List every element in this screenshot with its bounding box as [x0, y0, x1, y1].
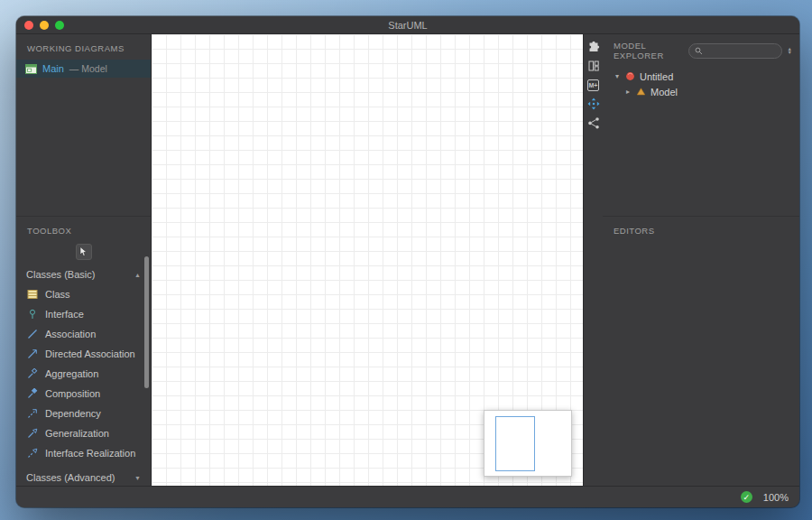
project-icon [625, 71, 635, 81]
toolbox-item-label: Generalization [45, 428, 109, 439]
editors-panel: EDITORS [603, 217, 799, 242]
toolbox-section-classes-basic[interactable]: Classes (Basic) ▲ [16, 265, 151, 284]
toolbox-item-label: Composition [45, 388, 100, 399]
association-icon [27, 329, 38, 339]
spinner-down-icon[interactable]: ▼ [788, 51, 792, 55]
generalization-icon [27, 428, 38, 439]
close-button[interactable] [24, 21, 33, 30]
editors-header: EDITORS [603, 217, 799, 242]
diagram-icon [25, 64, 37, 74]
interface-icon [27, 309, 38, 320]
status-bar: ✓ 100% [16, 486, 799, 507]
minimize-button[interactable] [40, 21, 49, 30]
toolbox-scrollbar[interactable] [144, 256, 149, 388]
markdown-icon: M+ [587, 79, 600, 91]
toolbox-item-class[interactable]: Class [16, 284, 151, 304]
zoom-level[interactable]: 100% [763, 492, 789, 503]
markdown-editor-button[interactable]: M+ [586, 78, 601, 92]
expand-icon: ▼ [134, 475, 141, 481]
working-diagrams-header: WORKING DIAGRAMS [16, 34, 151, 60]
toolbox-section-classes-advanced[interactable]: Classes (Advanced) ▼ [16, 468, 151, 486]
right-sidebar: MODEL EXPLORER ▲ [603, 34, 799, 486]
toolbox-item-label: Association [45, 329, 96, 339]
tree-item-model[interactable]: ▸ Model [603, 84, 799, 99]
toolbox-item-interface[interactable]: Interface [16, 304, 151, 324]
model-icon [636, 87, 646, 97]
select-tool-button[interactable] [76, 244, 92, 260]
aggregation-icon [27, 368, 38, 379]
main-area: WORKING DIAGRAMS Main — Model [16, 34, 799, 486]
section-label: Classes (Basic) [26, 269, 95, 280]
puzzle-icon [587, 41, 600, 53]
toolbox-item-interface-realization[interactable]: Interface Realization [16, 443, 151, 463]
composition-icon [27, 388, 38, 399]
relationships-button[interactable] [586, 116, 601, 130]
layout-icon [587, 60, 600, 72]
toolbox-item-label: Directed Association [45, 348, 135, 359]
section-label: Classes (Advanced) [26, 472, 115, 483]
search-icon [695, 47, 703, 55]
toolbox-header: TOOLBOX [16, 217, 151, 242]
tree-item-label: Model [651, 87, 678, 98]
move-arrows-icon [587, 98, 600, 110]
working-diagrams-panel: WORKING DIAGRAMS Main — Model [16, 34, 151, 217]
titlebar[interactable]: StarUML [16, 16, 799, 34]
toolbox-item-label: Class [45, 289, 70, 300]
model-tree: ▾ Untitled ▸ [603, 64, 799, 99]
directed-association-icon [27, 348, 38, 359]
side-toolbar: M+ [583, 34, 603, 486]
model-explorer-panel: MODEL EXPLORER ▲ [603, 34, 799, 217]
tree-item-untitled[interactable]: ▾ Untitled [603, 69, 799, 84]
cursor-icon [79, 246, 88, 257]
layout-button[interactable] [586, 59, 601, 73]
validation-status-icon[interactable]: ✓ [741, 491, 752, 503]
toolbox-item-label: Dependency [45, 408, 101, 419]
traffic-lights [24, 21, 64, 30]
desktop-wallpaper: StarUML WORKING DIAGRAMS [0, 0, 812, 520]
toolbox-item-label: Interface [45, 309, 84, 320]
diagram-model-suffix: — Model [69, 63, 107, 74]
toolbox-item-association[interactable]: Association [16, 324, 151, 344]
interface-realization-icon [27, 448, 38, 459]
working-diagram-item-main[interactable]: Main — Model [16, 60, 151, 78]
toolbox-item-generalization[interactable]: Generalization [16, 423, 151, 443]
canvas-area [152, 34, 583, 486]
zoom-button[interactable] [55, 21, 64, 30]
toolbox-item-label: Interface Realization [45, 448, 135, 459]
window-title: StarUML [388, 20, 427, 31]
toolbox-item-dependency[interactable]: Dependency [16, 404, 151, 423]
search-input[interactable] [706, 46, 775, 56]
minimap-viewport[interactable] [495, 416, 535, 471]
share-nodes-icon [587, 116, 600, 129]
diagram-name: Main [42, 63, 64, 74]
toolbox-item-composition[interactable]: Composition [16, 384, 151, 404]
tree-item-label: Untitled [640, 71, 673, 82]
extensions-button[interactable] [586, 40, 601, 54]
tree-expanded-icon[interactable]: ▾ [615, 72, 625, 80]
minimap[interactable] [484, 410, 572, 477]
dependency-icon [27, 408, 38, 419]
toolbox-item-directed-association[interactable]: Directed Association [16, 344, 151, 364]
model-search-box[interactable] [688, 43, 782, 59]
model-explorer-header: MODEL EXPLORER [614, 41, 683, 60]
left-sidebar: WORKING DIAGRAMS Main — Model [16, 34, 152, 486]
toolbox-item-aggregation[interactable]: Aggregation [16, 364, 151, 384]
tree-collapsed-icon[interactable]: ▸ [626, 88, 636, 96]
collapse-icon: ▲ [134, 272, 141, 278]
staruml-window: StarUML WORKING DIAGRAMS [16, 16, 799, 507]
search-nav-spinner[interactable]: ▲ ▼ [788, 47, 792, 55]
toolbox-panel: TOOLBOX Classes (Basic) ▲ [16, 217, 151, 486]
toolbox-item-label: Aggregation [45, 368, 98, 379]
minimap-toggle-button[interactable] [586, 97, 601, 111]
class-icon [27, 289, 38, 300]
